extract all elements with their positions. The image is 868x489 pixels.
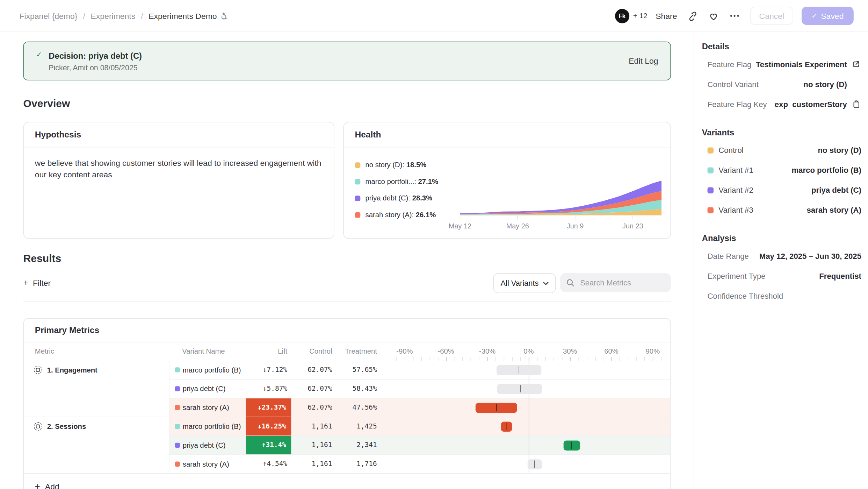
axis-tick bbox=[578, 357, 579, 361]
variant-name: sarah story (A) bbox=[183, 398, 229, 417]
search-input[interactable] bbox=[579, 278, 664, 287]
more-options-button[interactable]: ••• bbox=[729, 9, 742, 22]
axis-tick bbox=[405, 357, 405, 361]
axis-tick bbox=[620, 357, 620, 361]
copy-link-icon[interactable] bbox=[685, 9, 699, 22]
table-row[interactable]: sarah story (A)↓23.37%62.07%47.56% bbox=[169, 398, 671, 417]
variant-color-swatch bbox=[708, 207, 714, 213]
axis-tick bbox=[429, 357, 430, 361]
variant-row-1: Variant #1 marco portfolio (B) bbox=[702, 160, 861, 180]
axis-tick bbox=[636, 357, 637, 361]
variant-color-swatch bbox=[175, 367, 180, 372]
table-row[interactable]: sarah story (A)↑4.54%1,1611,716 bbox=[169, 454, 671, 473]
variant-row-2: Variant #2 priya debt (C) bbox=[702, 180, 861, 200]
legend-label: priya debt (C): 28.3% bbox=[366, 194, 433, 202]
lift-mean-marker bbox=[506, 423, 507, 430]
breadcrumb-separator: / bbox=[83, 11, 85, 20]
variant-name: marco portfolio (B) bbox=[183, 417, 241, 435]
metric-search bbox=[560, 273, 671, 292]
axis-tick bbox=[587, 357, 587, 361]
breadcrumb-separator: / bbox=[141, 11, 143, 20]
check-icon: ✓ bbox=[811, 12, 817, 20]
metrics-table-body: 1. Engagementmarco portfolio (B)↓7.12%62… bbox=[24, 361, 670, 473]
add-metric-button[interactable]: + Add bbox=[24, 473, 670, 489]
axis-tick bbox=[512, 357, 513, 361]
legend-color-swatch bbox=[355, 179, 360, 184]
share-button[interactable]: Share bbox=[656, 11, 677, 20]
health-legend-item[interactable]: no story (D): 18.5% bbox=[355, 160, 446, 170]
add-filter-button[interactable]: + Filter bbox=[23, 279, 51, 288]
primary-metrics-card: Primary Metrics MetricVariant NameLiftCo… bbox=[23, 318, 671, 489]
saved-button[interactable]: ✓ Saved bbox=[802, 7, 854, 25]
axis-label: 60% bbox=[595, 347, 628, 355]
metric-name[interactable]: 2. Sessions bbox=[47, 422, 86, 431]
axis-tick bbox=[562, 357, 563, 361]
hypothesis-title: Hypothesis bbox=[24, 122, 334, 147]
decision-byline: Picker, Amit on 08/05/2025 bbox=[49, 64, 142, 72]
check-icon: ✓ bbox=[36, 50, 42, 59]
table-row[interactable]: priya debt (C)↓5.87%62.07%58.43% bbox=[169, 379, 671, 398]
axis-tick bbox=[570, 357, 571, 361]
table-row[interactable]: marco portfolio (B)↓16.25%1,1611,425 bbox=[169, 417, 671, 435]
axis-tick bbox=[612, 357, 612, 361]
external-link-icon[interactable] bbox=[852, 60, 860, 69]
results-toolbar: + Filter All Variants bbox=[23, 274, 671, 293]
treatment-value: 2,341 bbox=[324, 436, 377, 454]
feature-flag-key-row: Feature Flag Key exp_customerStory bbox=[702, 94, 861, 114]
variant-name: priya debt (C) bbox=[183, 436, 226, 454]
metric-target-icon bbox=[34, 366, 42, 374]
breadcrumb: Fixpanel {demo} / Experiments / Experime… bbox=[19, 11, 228, 20]
breadcrumb-item-experiments[interactable]: Experiments bbox=[91, 11, 136, 20]
lift-mean-marker bbox=[571, 442, 572, 449]
axis-label: 90% bbox=[636, 347, 669, 355]
health-card: Health no story (D): 18.5%marco portfoli… bbox=[343, 122, 671, 239]
main-content: ✓ Decision: priya debt (C) Picker, Amit … bbox=[0, 32, 694, 489]
health-legend-item[interactable]: sarah story (A): 26.1% bbox=[355, 210, 446, 220]
health-legend-item[interactable]: marco portfoli...: 27.1% bbox=[355, 176, 446, 187]
x-axis-tick-label: Jun 9 bbox=[567, 222, 584, 230]
table-row[interactable]: marco portfolio (B)↓7.12%62.07%57.65% bbox=[169, 361, 671, 379]
axis-tick bbox=[438, 357, 439, 361]
details-sidebar: Details Feature Flag Testimonials Experi… bbox=[694, 32, 868, 489]
avatar[interactable]: Fk bbox=[615, 9, 629, 23]
axis-tick bbox=[504, 357, 505, 361]
feature-flag-row: Feature Flag Testimonials Experiment bbox=[702, 54, 861, 74]
date-range-row: Date Range May 12, 2025 – Jun 30, 2025 bbox=[702, 246, 861, 266]
hypothesis-body: we believe that showing customer stories… bbox=[24, 147, 334, 190]
table-row[interactable]: priya debt (C)↑31.4%1,1612,341 bbox=[169, 435, 671, 454]
legend-value: 18.5% bbox=[406, 161, 427, 169]
metric-group: 1. Engagementmarco portfolio (B)↓7.12%62… bbox=[24, 361, 670, 417]
variant-color-swatch bbox=[708, 167, 714, 173]
axis-tick bbox=[396, 357, 397, 361]
axis-tick bbox=[487, 357, 488, 361]
breadcrumb-item-project[interactable]: Fixpanel {demo} bbox=[19, 11, 77, 20]
top-bar: Fixpanel {demo} / Experiments / Experime… bbox=[0, 0, 868, 32]
decision-title: Decision: priya debt (C) bbox=[49, 50, 142, 62]
decision-banner: ✓ Decision: priya debt (C) Picker, Amit … bbox=[23, 42, 671, 80]
confidence-interval-bar[interactable] bbox=[497, 384, 542, 394]
favorite-heart-icon[interactable] bbox=[707, 9, 720, 22]
variant-filter-dropdown[interactable]: All Variants bbox=[493, 273, 556, 293]
copy-icon[interactable] bbox=[853, 100, 860, 108]
axis-tick bbox=[653, 357, 653, 361]
edit-log-button[interactable]: Edit Log bbox=[629, 57, 658, 65]
cancel-button[interactable]: Cancel bbox=[750, 7, 794, 25]
metric-name[interactable]: 1. Engagement bbox=[47, 366, 97, 374]
variant-color-swatch bbox=[175, 386, 180, 391]
treatment-value: 57.65% bbox=[324, 361, 377, 379]
legend-value: 26.1% bbox=[416, 211, 436, 219]
axis-tick bbox=[529, 357, 529, 361]
treatment-value: 47.56% bbox=[324, 398, 377, 417]
results-divider bbox=[23, 301, 671, 302]
health-legend-item[interactable]: priya debt (C): 28.3% bbox=[355, 193, 446, 203]
axis-tick bbox=[603, 357, 604, 361]
zero-percent-line bbox=[529, 361, 529, 473]
page: Fixpanel {demo} / Experiments / Experime… bbox=[0, 0, 868, 489]
column-header-lift: Lift bbox=[214, 347, 287, 355]
avatar-overflow-count[interactable]: + 12 bbox=[633, 12, 648, 20]
control-variant-row: Control Variant no story (D) bbox=[702, 74, 861, 94]
primary-metrics-title: Primary Metrics bbox=[24, 319, 670, 342]
plus-icon: + bbox=[35, 482, 40, 489]
chevron-down-icon bbox=[543, 281, 549, 285]
axis-tick bbox=[454, 357, 455, 361]
